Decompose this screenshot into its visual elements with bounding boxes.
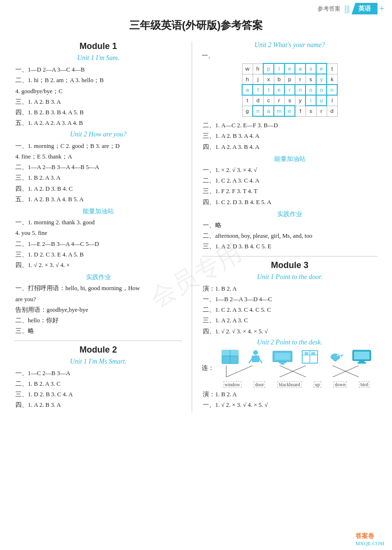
answer-line: 三、1. D 2. C 3. E 4. A 5. B — [14, 250, 182, 260]
answer-line: 一、1. morning 2. thank 3. good — [14, 218, 182, 228]
grid-cell: s — [306, 63, 316, 74]
grid-cell: p — [284, 74, 295, 85]
label-down: down — [333, 381, 347, 388]
answer-line: 二、1—E 2—B 3—A 4—C 5—D — [14, 239, 182, 249]
answer-line: 三、1. A 2. B 3. A — [14, 97, 182, 107]
icon-person — [246, 349, 265, 365]
label-bird: bird — [359, 381, 369, 388]
cabinet-svg — [221, 349, 239, 365]
answer-line: 一、1—C 2—B 3—A — [14, 368, 182, 379]
grid-cell: f — [253, 85, 263, 95]
icon-blackboard — [272, 349, 293, 365]
label-door: door — [254, 381, 265, 388]
module2-unit2-heading: Unit 2 What's your name? — [202, 41, 378, 49]
module1-heading: Module 1 — [14, 41, 182, 51]
answer-line: 五、1. A 2. A 2. A 3. A 4. B — [14, 118, 182, 128]
svg-rect-23 — [357, 362, 366, 364]
grid-cell: e — [274, 85, 284, 95]
answer-line: 告别用语：goodbye,bye-bye — [14, 305, 182, 315]
grid-cell: a — [295, 63, 306, 74]
answer-line: 三、1. A 2. D 3. B 4. C 5. E — [202, 242, 378, 252]
answer-line: 4. fine；E 5. thank；A — [14, 152, 182, 162]
practice2-answers: 一、略 二、afternoon, boy, please, girl, Ms, … — [202, 220, 378, 252]
main-content: 三年级英语(外研版)参考答案 Module 1 Unit 1 I'm Sam. … — [0, 0, 392, 422]
left-column: Module 1 Unit 1 I'm Sam. 一、1—D 2—A 3—C 4… — [14, 41, 192, 413]
divider — [14, 341, 182, 341]
grid-cell: a — [263, 106, 274, 116]
icon-up — [301, 349, 319, 365]
grid-cell: r — [316, 106, 327, 116]
grid-cell: n — [253, 106, 263, 116]
answer-line: 二、1. A—C 2. E—F 3. B—D — [202, 121, 378, 131]
columns-layout: Module 1 Unit 1 I'm Sam. 一、1—D 2—A 3—C 4… — [14, 41, 378, 413]
svg-rect-5 — [252, 355, 259, 362]
icons-row — [217, 349, 376, 365]
energy-heading: 能量加油站 — [14, 207, 182, 216]
icon-monitor — [352, 349, 372, 365]
ref-label: 参考答案 — [318, 5, 341, 13]
plus-icon: + — [380, 4, 384, 14]
svg-rect-22 — [359, 361, 365, 362]
grid-cell: w — [242, 63, 253, 74]
svg-point-4 — [253, 350, 258, 355]
grid-cell: k — [327, 74, 337, 85]
grid-cell: n — [295, 85, 306, 95]
grid-cell: b — [274, 74, 284, 85]
svg-point-17 — [331, 354, 340, 360]
grid-cell: h — [242, 74, 253, 85]
svg-marker-18 — [340, 354, 343, 357]
module3-unit2-answers: 演：1. B 2. A 一、1. √ 2. × 3. √ 4. × 5. √ — [202, 390, 378, 411]
module3-unit2-heading: Unit 2 Point to the desk. — [202, 339, 378, 346]
svg-point-19 — [337, 354, 338, 356]
answer-line: 二、1—A 2—B 3—A 4—B 5—A — [14, 162, 182, 172]
grid-cell: t — [327, 63, 337, 74]
answer-line: 四、1. √ 2. × 3. √ 4. × — [14, 260, 182, 270]
grid-cell: o — [306, 85, 316, 95]
answer-line: 一、1—D 2—A 3—C 4—B — [14, 65, 182, 75]
grid-cell: i — [306, 95, 316, 106]
svg-rect-15 — [305, 352, 308, 354]
answer-line: 四、1. A 2. B 3. A — [14, 400, 182, 410]
grid-cell: u — [316, 95, 327, 106]
divider2 — [202, 256, 378, 257]
svg-rect-9 — [275, 353, 290, 360]
bird-icon-svg — [326, 349, 344, 365]
grid-cell: c — [263, 95, 274, 106]
svg-line-25 — [226, 366, 253, 377]
grid-cell: r — [295, 74, 306, 85]
answer-line: 二、afternoon, boy, please, girl, Ms, and,… — [202, 231, 378, 241]
grid-cell: t — [242, 95, 253, 106]
grid-cell: j — [253, 74, 263, 85]
answer-logo: 答案卷 — [355, 532, 374, 539]
answer-line: 演：1. B 2. A — [202, 284, 378, 294]
answer-line: 4. goodbye/bye；C — [14, 86, 182, 97]
module2-heading: Module 2 — [14, 345, 182, 355]
labels-row: window door blackboard up down bird — [217, 381, 376, 388]
grid-cell: s — [306, 106, 316, 116]
grid-cell: s — [306, 74, 316, 85]
answer-line: 二、hello：你好 — [14, 316, 182, 326]
word-search-grid: whpleasethjxbprsykafternoontdcrsyiulgnam… — [202, 63, 378, 117]
grid-cell: f — [295, 106, 306, 116]
unit1-answers: 一、1—D 2—A 3—C 4—B 二、1. hi；B 2. am；A 3. h… — [14, 65, 182, 129]
grid-cell: m — [274, 106, 284, 116]
answer-line: 三、1. F 2. F 3. T 4. T — [202, 186, 378, 196]
unit2-answers: 一、1. morning；C 2. good；B 3. are；D 4. fin… — [14, 141, 182, 205]
answer-line: are you? — [14, 294, 182, 305]
connect-lines-svg — [217, 366, 376, 377]
module3-unit1-answers: 演：1. B 2. A 一、1—B 2—A 3—D 4—C 二、1. C 2. … — [202, 284, 378, 337]
svg-rect-10 — [279, 362, 286, 363]
grid-cell: p — [263, 63, 274, 74]
practice-answers: 一、打招呼用语：hello, hi, good morning，How are … — [14, 283, 182, 336]
grid-cell: d — [327, 106, 337, 116]
answer-line: 一、1. × 2. √ 3. × 4. √ — [202, 165, 378, 175]
right-column: Unit 2 What's your name? 一、 whpleasethjx… — [192, 41, 378, 413]
label-blackboard: blackboard — [277, 381, 301, 388]
connect-text: 连： — [202, 364, 214, 372]
logo-bottom: 答案卷 MXQE.COM — [355, 532, 384, 546]
answer-line: 三、略 — [14, 326, 182, 336]
answer-line: 二、1. B 2. A 3. C — [14, 379, 182, 389]
grid-cell: t — [263, 85, 274, 95]
answer-line: 二、1. C 2. A 3. C 4. C 5. C — [202, 305, 378, 315]
person-svg — [246, 349, 265, 365]
